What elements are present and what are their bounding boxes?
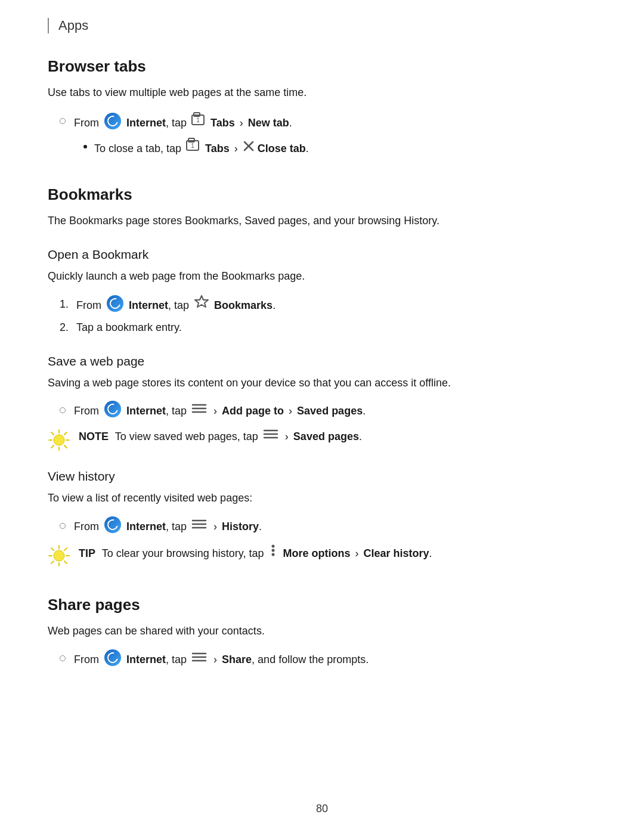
internet-icon-2 — [107, 295, 123, 312]
step-2: 2. Tap a bookmark entry. — [60, 319, 596, 336]
internet-icon — [104, 113, 121, 129]
menu-icon-note — [263, 428, 278, 440]
section-share-pages: Share pages Web pages can be shared with… — [48, 596, 596, 668]
view-history-description: To view a list of recently visited web p… — [48, 490, 596, 507]
instruction-text: To close a tab, tap 1 Tabs › — [94, 137, 309, 157]
tabs-icon-2: 1 — [185, 137, 201, 152]
svg-line-19 — [64, 432, 67, 435]
browser-tabs-title: Browser tabs — [48, 57, 596, 76]
share-pages-description: Web pages can be shared with your contac… — [48, 623, 596, 640]
menu-icon-history — [191, 518, 207, 530]
svg-point-38 — [272, 553, 275, 556]
note-text: NOTE To view saved web pages, tap › Save… — [79, 428, 362, 445]
instruction-new-tab: From Internet, tap 1 Tabs › New tab. — [60, 111, 596, 132]
menu-icon-share — [191, 651, 207, 663]
svg-point-12 — [54, 435, 64, 445]
tip-text: TIP To clear your browsing history, tap … — [79, 544, 432, 562]
internet-icon-5 — [104, 649, 121, 666]
save-web-page-description: Saving a web page stores its content on … — [48, 374, 596, 392]
apps-header: Apps — [48, 18, 596, 33]
bullet-dot-icon — [83, 145, 87, 148]
tip-icon — [48, 544, 70, 567]
svg-point-37 — [272, 549, 275, 552]
step-1: 1. From Internet, tap Bookmarks. — [60, 295, 596, 314]
instruction-history: From Internet, tap › History. — [60, 516, 596, 535]
instruction-share: From Internet, tap › Share, and follow t… — [60, 649, 596, 668]
page-number: 80 — [316, 803, 328, 815]
bullet-circle-icon-3 — [60, 523, 66, 529]
internet-icon-4 — [104, 516, 121, 533]
bullet-circle-icon-4 — [60, 655, 66, 661]
menu-icon — [191, 402, 207, 414]
instruction-text: From Internet, tap › Add page to › Saved… — [74, 401, 366, 420]
note-icon — [48, 429, 70, 451]
instruction-text: From Internet, tap 1 Tabs › New tab. — [74, 111, 292, 132]
open-bookmark-subtitle: Open a Bookmark — [48, 247, 596, 262]
note-box: NOTE To view saved web pages, tap › Save… — [48, 428, 596, 451]
tabs-icon: 1 — [191, 111, 206, 126]
share-pages-title: Share pages — [48, 596, 596, 614]
bookmarks-description: The Bookmarks page stores Bookmarks, Sav… — [48, 212, 596, 230]
svg-line-18 — [64, 445, 67, 448]
tip-box: TIP To clear your browsing history, tap … — [48, 544, 596, 567]
instruction-close-tab: To close a tab, tap 1 Tabs › — [83, 137, 596, 157]
svg-text:1: 1 — [191, 143, 194, 149]
internet-icon-3 — [104, 401, 121, 417]
step-2-text: Tap a bookmark entry. — [76, 319, 182, 336]
step-1-text: From Internet, tap Bookmarks. — [76, 295, 275, 314]
svg-point-27 — [54, 550, 64, 561]
bookmarks-icon — [194, 295, 209, 309]
bullet-circle-icon-2 — [60, 407, 66, 413]
page-container: Apps Browser tabs Use tabs to view multi… — [0, 0, 644, 833]
section-bookmarks: Bookmarks The Bookmarks page stores Book… — [48, 185, 596, 566]
svg-line-34 — [64, 548, 67, 550]
instruction-text: From Internet, tap › History. — [74, 516, 262, 535]
apps-title: Apps — [58, 18, 88, 33]
view-history-subtitle: View history — [48, 469, 596, 484]
svg-line-17 — [51, 432, 54, 435]
save-web-page-subtitle: Save a web page — [48, 354, 596, 368]
close-icon — [243, 140, 255, 152]
bullet-circle-icon — [60, 118, 66, 124]
instruction-save-page: From Internet, tap › Add page to › Saved… — [60, 401, 596, 420]
svg-line-20 — [51, 445, 54, 448]
svg-point-36 — [272, 544, 275, 547]
browser-tabs-description: Use tabs to view multiple web pages at t… — [48, 84, 596, 101]
svg-line-32 — [51, 548, 54, 550]
svg-line-33 — [64, 561, 67, 563]
svg-marker-8 — [195, 296, 208, 307]
section-browser-tabs: Browser tabs Use tabs to view multiple w… — [48, 57, 596, 157]
more-options-icon — [268, 544, 278, 557]
bookmarks-title: Bookmarks — [48, 185, 596, 204]
instruction-text: From Internet, tap › Share, and follow t… — [74, 649, 369, 668]
open-bookmark-description: Quickly launch a web page from the Bookm… — [48, 268, 596, 285]
svg-text:1: 1 — [196, 117, 200, 123]
svg-line-35 — [51, 561, 54, 563]
